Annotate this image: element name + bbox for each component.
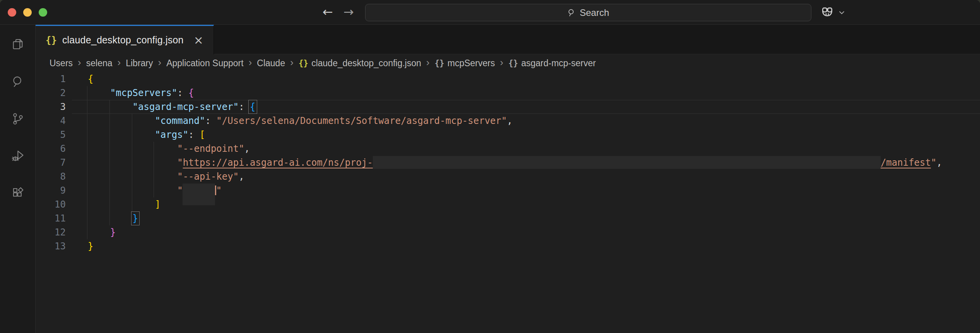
redaction-box bbox=[373, 156, 881, 169]
tab-label: claude_desktop_config.json bbox=[62, 34, 184, 46]
sidebar-item-search[interactable] bbox=[0, 63, 36, 100]
copilot-icon bbox=[820, 5, 835, 20]
breadcrumb-separator-icon: › bbox=[249, 57, 252, 69]
code-line[interactable]: 8 "--api-key", bbox=[36, 170, 980, 184]
code-text: } bbox=[88, 239, 93, 253]
breadcrumb-item[interactable]: selena bbox=[86, 58, 113, 69]
code-line[interactable]: 1{ bbox=[36, 72, 980, 86]
code-line[interactable]: 12 } bbox=[36, 225, 980, 239]
breadcrumb-label: Users bbox=[50, 58, 73, 69]
line-number: 5 bbox=[36, 128, 66, 142]
code-text: "args": [ bbox=[88, 128, 205, 142]
close-window-button[interactable] bbox=[8, 8, 16, 17]
line-number: 3 bbox=[36, 100, 66, 114]
line-number: 1 bbox=[36, 72, 66, 86]
code-line[interactable]: 13} bbox=[36, 239, 980, 253]
vscode-window: ← → Search bbox=[0, 0, 980, 333]
zoom-window-button[interactable] bbox=[39, 8, 47, 17]
debug-play-bug-icon bbox=[11, 149, 24, 162]
breadcrumb-separator-icon: › bbox=[118, 57, 121, 69]
editor-pane: {} claude_desktop_config.json × Users›se… bbox=[36, 25, 980, 333]
braces-icon: {} bbox=[435, 58, 444, 68]
line-number: 7 bbox=[36, 156, 66, 170]
breadcrumb-item[interactable]: {}asgard-mcp-server bbox=[508, 58, 596, 69]
line-number: 2 bbox=[36, 86, 66, 100]
extensions-icon bbox=[11, 186, 24, 199]
activity-bar bbox=[0, 25, 36, 333]
code-line[interactable]: 2 "mcpServers": { bbox=[36, 86, 980, 100]
breadcrumb-label: selena bbox=[86, 58, 113, 69]
breadcrumb: Users›selena›Library›Application Support… bbox=[36, 54, 980, 72]
breadcrumb-item[interactable]: {}mcpServers bbox=[435, 58, 495, 69]
files-icon bbox=[11, 38, 24, 51]
search-placeholder: Search bbox=[580, 7, 609, 18]
code-text: "--endpoint", bbox=[88, 142, 250, 156]
breadcrumb-item[interactable]: Users bbox=[50, 58, 73, 69]
tab-claude-desktop-config[interactable]: {} claude_desktop_config.json × bbox=[36, 25, 214, 54]
forward-arrow-icon[interactable]: → bbox=[343, 0, 354, 25]
code-line[interactable]: 10 ] bbox=[36, 197, 980, 211]
line-number: 13 bbox=[36, 239, 66, 253]
code-text: "asgard-mcp-server": { bbox=[88, 100, 256, 114]
line-number: 12 bbox=[36, 225, 66, 239]
sidebar-item-source-control[interactable] bbox=[0, 100, 36, 137]
breadcrumb-label: asgard-mcp-server bbox=[521, 58, 596, 69]
code-text: { bbox=[88, 72, 93, 86]
sidebar-item-extensions[interactable] bbox=[0, 174, 36, 211]
breadcrumb-separator-icon: › bbox=[78, 57, 81, 69]
titlebar: ← → Search bbox=[0, 0, 980, 25]
window-controls bbox=[8, 8, 47, 17]
code-line[interactable]: 3 "asgard-mcp-server": { bbox=[36, 100, 980, 114]
breadcrumb-item[interactable]: Claude bbox=[257, 58, 285, 69]
code-line[interactable]: 9 "" bbox=[36, 184, 980, 197]
code-text: "--api-key", bbox=[88, 170, 244, 184]
breadcrumb-item[interactable]: Application Support bbox=[166, 58, 243, 69]
code-line[interactable]: 6 "--endpoint", bbox=[36, 142, 980, 156]
breadcrumb-label: Claude bbox=[257, 58, 285, 69]
breadcrumb-label: Application Support bbox=[166, 58, 243, 69]
line-number: 10 bbox=[36, 197, 66, 211]
breadcrumb-separator-icon: › bbox=[426, 57, 430, 69]
code-editor[interactable]: 1{2 "mcpServers": {3 "asgard-mcp-server"… bbox=[36, 72, 980, 333]
code-text: ] bbox=[88, 197, 160, 211]
tab-bar: {} claude_desktop_config.json × bbox=[36, 25, 980, 54]
code-text: "mcpServers": { bbox=[88, 86, 194, 100]
breadcrumb-label: claude_desktop_config.json bbox=[311, 58, 421, 69]
breadcrumb-separator-icon: › bbox=[290, 57, 294, 69]
minimize-window-button[interactable] bbox=[23, 8, 32, 17]
chevron-down-icon bbox=[838, 9, 845, 16]
json-file-icon: {} bbox=[46, 35, 57, 46]
search-icon bbox=[567, 9, 576, 17]
sidebar-item-run-and-debug[interactable] bbox=[0, 137, 36, 174]
line-number: 4 bbox=[36, 114, 66, 128]
back-arrow-icon[interactable]: ← bbox=[323, 0, 333, 25]
copilot-menu[interactable] bbox=[820, 5, 845, 20]
code-line[interactable]: 5 "args": [ bbox=[36, 128, 980, 142]
line-number: 6 bbox=[36, 142, 66, 156]
sidebar-item-explorer[interactable] bbox=[0, 26, 36, 63]
search-magnifier-icon bbox=[11, 75, 24, 88]
line-number: 11 bbox=[36, 211, 66, 225]
git-branch-icon bbox=[11, 112, 24, 125]
breadcrumb-separator-icon: › bbox=[158, 57, 162, 69]
breadcrumb-label: Library bbox=[126, 58, 153, 69]
tab-close-icon[interactable]: × bbox=[194, 34, 203, 46]
breadcrumb-separator-icon: › bbox=[500, 57, 504, 69]
code-text: } bbox=[88, 225, 116, 239]
command-center-search[interactable]: Search bbox=[365, 4, 811, 21]
line-number: 9 bbox=[36, 184, 66, 197]
code-text: "command": "/Users/selena/Documents/Soft… bbox=[88, 114, 512, 128]
breadcrumb-item[interactable]: {}claude_desktop_config.json bbox=[299, 58, 421, 69]
breadcrumb-item[interactable]: Library bbox=[126, 58, 153, 69]
redaction-box bbox=[183, 184, 215, 205]
code-line[interactable]: 4 "command": "/Users/selena/Documents/So… bbox=[36, 114, 980, 128]
code-text: } bbox=[88, 211, 138, 225]
code-line[interactable]: 11 } bbox=[36, 211, 980, 225]
breadcrumb-label: mcpServers bbox=[447, 58, 495, 69]
line-number: 8 bbox=[36, 170, 66, 184]
braces-icon: {} bbox=[299, 58, 308, 68]
braces-icon: {} bbox=[508, 58, 518, 68]
